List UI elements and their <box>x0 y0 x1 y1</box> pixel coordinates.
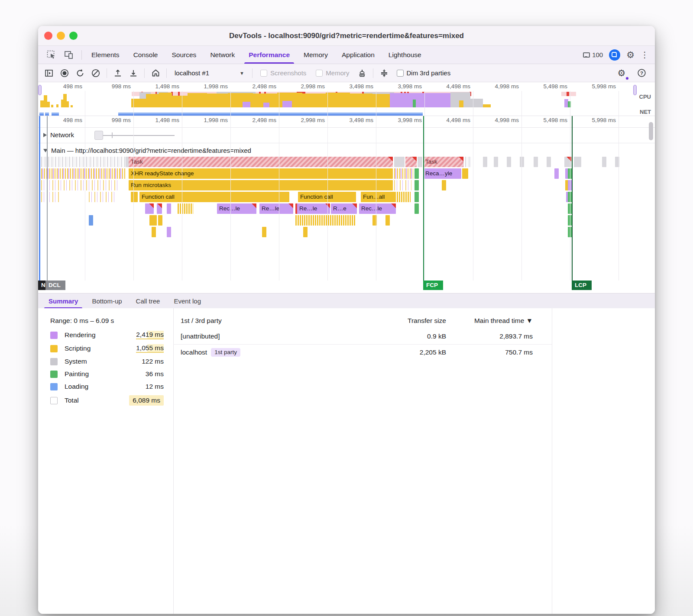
tab-sources[interactable]: Sources <box>165 46 204 64</box>
garbage-collect-icon[interactable] <box>356 67 369 80</box>
flame-block[interactable] <box>145 203 154 214</box>
flame-block[interactable]: Task <box>423 157 463 167</box>
details-tab-event-log[interactable]: Event log <box>168 293 207 308</box>
flame-block[interactable]: Function call <box>139 192 289 202</box>
legend-row[interactable]: Painting36 ms <box>50 370 164 378</box>
flame-block[interactable] <box>152 227 156 237</box>
flame-block[interactable] <box>303 227 308 237</box>
flame-block[interactable] <box>415 203 419 214</box>
flame-block[interactable] <box>131 192 138 202</box>
flame-block[interactable] <box>577 157 581 167</box>
flame-block[interactable] <box>547 157 551 167</box>
flame-block[interactable] <box>494 157 498 167</box>
flame-block[interactable] <box>602 157 606 167</box>
inspect-element-icon[interactable] <box>45 48 58 61</box>
table-row[interactable]: [unattributed]0.9 kB2,893.7 ms <box>173 329 552 344</box>
tab-lighthouse[interactable]: Lighthouse <box>382 46 428 64</box>
collapse-tracks-icon[interactable] <box>378 67 391 80</box>
flame-block[interactable] <box>415 180 419 190</box>
flame-block[interactable] <box>167 203 171 214</box>
clear-recording-button[interactable] <box>89 67 102 80</box>
flame-block[interactable] <box>554 168 559 179</box>
flame-block[interactable] <box>152 215 157 226</box>
help-icon[interactable]: ? <box>635 67 648 80</box>
toggle-sidebar-icon[interactable] <box>42 67 55 80</box>
flame-block[interactable]: Re…le <box>259 203 293 214</box>
legend-row[interactable]: System122 ms <box>50 358 164 365</box>
legend-row[interactable]: Loading12 ms <box>50 383 164 390</box>
home-icon[interactable] <box>149 67 162 80</box>
record-button[interactable] <box>58 67 71 80</box>
flame-block[interactable] <box>483 157 487 167</box>
load-profile-icon[interactable] <box>111 67 124 80</box>
tab-memory[interactable]: Memory <box>297 46 335 64</box>
minimize-window-button[interactable] <box>57 32 65 40</box>
flame-block[interactable] <box>158 215 162 226</box>
flame-block[interactable]: R…e <box>331 203 357 214</box>
fcp-badge[interactable]: FCP <box>423 281 443 290</box>
overview-left-handle[interactable] <box>38 85 42 95</box>
overview-right-handle[interactable] <box>633 85 637 95</box>
main-track-label[interactable]: Main — http://localhost:9090/grid?metric… <box>43 147 251 154</box>
dcl-badge[interactable]: DCL <box>45 281 65 290</box>
tab-performance[interactable]: Performance <box>242 46 297 64</box>
lcp-badge[interactable]: LCP <box>572 281 592 290</box>
flame-block[interactable]: Function call <box>298 192 356 202</box>
flame-block[interactable] <box>442 180 446 190</box>
details-tab-summary[interactable]: Summary <box>42 293 84 308</box>
ai-assistance-icon[interactable] <box>609 49 620 61</box>
tab-application[interactable]: Application <box>335 46 382 64</box>
save-profile-icon[interactable] <box>127 67 140 80</box>
flame-block[interactable] <box>157 203 162 214</box>
flame-block[interactable] <box>462 168 468 179</box>
flame-block[interactable]: Task <box>129 157 393 167</box>
timeline-overview[interactable]: 498 ms998 ms1,498 ms1,998 ms2,498 ms2,99… <box>38 82 655 116</box>
tab-console[interactable]: Console <box>126 46 165 64</box>
close-window-button[interactable] <box>44 32 52 40</box>
flame-block[interactable] <box>415 192 419 202</box>
col-transfer-size-header[interactable]: Transfer size <box>368 317 446 325</box>
legend-row[interactable]: Scripting1,055 ms <box>50 344 164 353</box>
flame-block[interactable] <box>405 157 417 167</box>
flame-block[interactable] <box>415 168 419 179</box>
flame-chart[interactable]: 498 ms998 ms1,498 ms1,998 ms2,498 ms2,99… <box>38 116 655 293</box>
flame-block[interactable] <box>89 215 93 226</box>
flame-block[interactable]: Run microtasks <box>129 180 393 190</box>
details-tab-call-tree[interactable]: Call tree <box>130 293 166 308</box>
memory-checkbox[interactable]: Memory <box>316 69 349 77</box>
device-toolbar-icon[interactable] <box>62 48 75 61</box>
tab-elements[interactable]: Elements <box>84 46 126 64</box>
flame-block[interactable]: Re…le <box>297 203 330 214</box>
col-main-thread-time-header[interactable]: Main thread time ▼ <box>446 317 533 325</box>
flame-block[interactable] <box>507 157 511 167</box>
screenshots-checkbox[interactable]: Screenshots <box>260 69 306 77</box>
settings-gear-icon[interactable]: ⚙ <box>626 50 635 59</box>
legend-row[interactable]: Total6,089 ms <box>50 395 164 406</box>
flame-block[interactable] <box>520 157 524 167</box>
flame-block[interactable] <box>394 157 405 167</box>
network-track[interactable]: Network <box>38 128 655 143</box>
flame-block[interactable] <box>534 157 538 167</box>
more-options-icon[interactable]: ⋮ <box>641 50 649 60</box>
flame-block[interactable]: Rec…le <box>217 203 256 214</box>
table-row[interactable]: localhost1st party2,205 kB750.7 ms <box>173 344 552 360</box>
flame-scrollbar[interactable] <box>649 122 653 140</box>
flame-block[interactable]: Fun…all <box>361 192 396 202</box>
capture-settings-gear-icon[interactable]: ⚙ <box>615 67 628 80</box>
zoom-window-button[interactable] <box>69 32 78 40</box>
console-messages-count[interactable]: 100 <box>583 51 603 58</box>
legend-row[interactable]: Rendering2,419 ms <box>50 331 164 339</box>
details-tab-bottom-up[interactable]: Bottom-up <box>86 293 128 308</box>
flame-block[interactable] <box>418 157 422 167</box>
col-party-header[interactable]: 1st / 3rd party <box>181 317 368 325</box>
flame-block[interactable] <box>385 215 390 226</box>
network-request-bar[interactable] <box>94 131 103 140</box>
dim-3rd-parties-checkbox[interactable]: Dim 3rd parties <box>397 69 451 77</box>
disclosure-right-icon[interactable] <box>43 133 47 137</box>
flame-block[interactable]: Rec…le <box>359 203 396 214</box>
flame-block[interactable] <box>167 227 171 237</box>
flame-block[interactable]: XHR readyState change <box>129 168 393 179</box>
record-and-reload-button[interactable] <box>74 67 87 80</box>
flame-block[interactable] <box>262 227 266 237</box>
flame-block[interactable]: Reca…yle <box>423 168 461 179</box>
